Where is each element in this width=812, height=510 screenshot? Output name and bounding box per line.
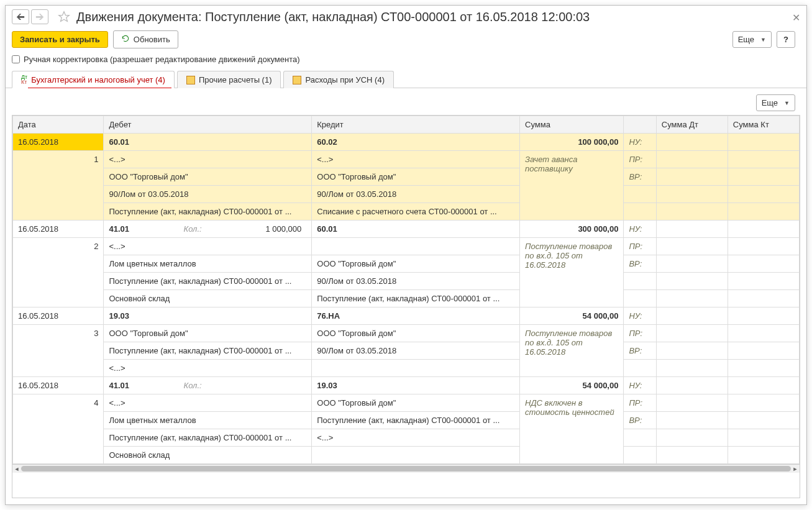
close-icon[interactable]: ✕ bbox=[792, 12, 800, 24]
save-and-close-button[interactable]: Записать и закрыть bbox=[12, 31, 108, 48]
sumkt-cell bbox=[728, 377, 799, 394]
tab-label: Прочие расчеты (1) bbox=[199, 75, 272, 84]
document-movements-window: ✕ 🡨 🡪 Движения документа: Поступление (а… bbox=[5, 5, 807, 505]
grid-wrap: Дата Дебет Кредит Сумма Сумма Дт Сумма К… bbox=[12, 115, 800, 498]
debit-analytics: <...> bbox=[104, 360, 312, 377]
row-number: 4 bbox=[13, 394, 104, 464]
debit-account: 60.01 bbox=[104, 134, 312, 151]
sum-cell: 100 000,00 bbox=[520, 134, 624, 151]
tax-empty bbox=[624, 360, 656, 377]
tab-usn-expenses[interactable]: Расходы при УСН (4) bbox=[283, 71, 394, 88]
sumkt-cell bbox=[728, 307, 799, 325]
tax-vr: ВР: bbox=[624, 342, 656, 360]
sumkt-cell bbox=[728, 168, 799, 186]
manual-correction-checkbox[interactable] bbox=[12, 55, 20, 63]
debit-analytics: Поступление (акт, накладная) СТ00-000001… bbox=[104, 342, 312, 360]
credit-analytics bbox=[312, 447, 520, 464]
horizontal-scrollbar[interactable]: ◄ ► bbox=[12, 464, 800, 473]
tax-vr: ВР: bbox=[624, 412, 656, 429]
debit-analytics: ООО "Торговый дом" bbox=[104, 325, 312, 342]
tax-empty bbox=[624, 447, 656, 464]
col-tax[interactable] bbox=[624, 116, 656, 134]
table-subrow[interactable]: Основной склад bbox=[13, 447, 800, 464]
table-subrow[interactable]: 1<...><...>Зачет аванса поставщикуПР: bbox=[13, 151, 800, 168]
header-row: Дата Дебет Кредит Сумма Сумма Дт Сумма К… bbox=[13, 116, 800, 134]
tax-empty bbox=[624, 203, 656, 221]
table-row[interactable]: 16.05.201841.01Кол.:19.0354 000,00НУ: bbox=[13, 377, 800, 394]
col-debit[interactable]: Дебет bbox=[104, 116, 312, 134]
col-sumkt[interactable]: Сумма Кт bbox=[728, 116, 799, 134]
accounting-grid[interactable]: Дата Дебет Кредит Сумма Сумма Дт Сумма К… bbox=[12, 116, 800, 464]
sum-note: Поступление товаров по вх.д. 105 от 16.0… bbox=[520, 238, 624, 307]
scroll-right-icon[interactable]: ► bbox=[791, 466, 800, 472]
doc-icon bbox=[186, 76, 195, 84]
debit-analytics: Поступление (акт, накладная) СТ00-000001… bbox=[104, 273, 312, 290]
credit-account: 60.01 bbox=[312, 221, 520, 238]
table-subrow[interactable]: 4<...>ООО "Торговый дом"НДС включен в ст… bbox=[13, 394, 800, 412]
sum-cell: 54 000,00 bbox=[520, 307, 624, 325]
table-subrow[interactable]: Основной складПоступление (акт, накладна… bbox=[13, 290, 800, 307]
more-button[interactable]: Еще ▼ bbox=[732, 31, 772, 48]
tax-empty bbox=[624, 290, 656, 307]
debit-account: 41.01Кол.: bbox=[104, 377, 312, 394]
table-subrow[interactable]: 3ООО "Торговый дом"ООО "Торговый дом"Пос… bbox=[13, 325, 800, 342]
credit-analytics: Списание с расчетного счета СТ00-000001 … bbox=[312, 203, 520, 221]
table-subrow[interactable]: Лом цветных металловООО "Торговый дом"ВР… bbox=[13, 255, 800, 273]
sumkt-cell bbox=[728, 134, 799, 151]
nav-back-button[interactable]: 🡨 bbox=[12, 9, 29, 24]
tax-nu: НУ: bbox=[624, 134, 656, 151]
credit-analytics: ООО "Торговый дом" bbox=[312, 394, 520, 412]
table-subrow[interactable]: 2<...>Поступление товаров по вх.д. 105 о… bbox=[13, 238, 800, 255]
tax-nu: НУ: bbox=[624, 221, 656, 238]
table-subrow[interactable]: Лом цветных металловПоступление (акт, на… bbox=[13, 412, 800, 429]
tabs: ДтКт Бухгалтерский и налоговый учет (4) … bbox=[6, 70, 806, 88]
table-row[interactable]: 16.05.201841.01Кол.:1 000,00060.01300 00… bbox=[13, 221, 800, 238]
table-row[interactable]: 16.05.201819.0376.НА54 000,00НУ: bbox=[13, 307, 800, 325]
chevron-down-icon: ▼ bbox=[760, 37, 766, 43]
credit-account: 76.НА bbox=[312, 307, 520, 325]
sum-note: НДС включен в стоимость ценностей bbox=[520, 394, 624, 464]
dtkt-icon: ДтКт bbox=[21, 75, 27, 84]
sum-note: Поступление товаров по вх.д. 105 от 16.0… bbox=[520, 325, 624, 377]
credit-analytics bbox=[312, 360, 520, 377]
table-subrow[interactable]: Поступление (акт, накладная) СТ00-000001… bbox=[13, 429, 800, 447]
help-label: ? bbox=[783, 35, 788, 44]
nav-forward-button[interactable]: 🡪 bbox=[31, 9, 48, 24]
tab-accounting[interactable]: ДтКт Бухгалтерский и налоговый учет (4) bbox=[12, 71, 175, 88]
credit-analytics: <...> bbox=[312, 429, 520, 447]
table-row[interactable]: 16.05.201860.0160.02100 000,00НУ: bbox=[13, 134, 800, 151]
scroll-thumb[interactable] bbox=[21, 466, 791, 471]
table-subrow[interactable]: 90/Лом от 03.05.201890/Лом от 03.05.2018 bbox=[13, 186, 800, 203]
sumkt-cell bbox=[728, 186, 799, 203]
table-subrow[interactable]: Поступление (акт, накладная) СТ00-000001… bbox=[13, 273, 800, 290]
manual-correction-row: Ручная корректировка (разрешает редактир… bbox=[6, 55, 806, 70]
tax-empty bbox=[624, 429, 656, 447]
debit-account: 19.03 bbox=[104, 307, 312, 325]
credit-account: 60.02 bbox=[312, 134, 520, 151]
sum-note: Зачет аванса поставщику bbox=[520, 151, 624, 221]
col-credit[interactable]: Кредит bbox=[312, 116, 520, 134]
sumkt-cell bbox=[728, 255, 799, 273]
tax-vr: ВР: bbox=[624, 168, 656, 186]
col-date[interactable]: Дата bbox=[13, 116, 104, 134]
sumkt-cell bbox=[728, 151, 799, 168]
table-subrow[interactable]: Поступление (акт, накладная) СТ00-000001… bbox=[13, 203, 800, 221]
debit-analytics: <...> bbox=[104, 238, 312, 255]
tax-vr: ВР: bbox=[624, 255, 656, 273]
grid-more-button[interactable]: Еще ▼ bbox=[756, 94, 795, 111]
date-cell: 16.05.2018 bbox=[13, 221, 104, 238]
sumdt-cell bbox=[656, 221, 728, 238]
debit-analytics: Поступление (акт, накладная) СТ00-000001… bbox=[104, 429, 312, 447]
col-sumdt[interactable]: Сумма Дт bbox=[656, 116, 728, 134]
help-button[interactable]: ? bbox=[777, 31, 795, 48]
main-toolbar: Записать и закрыть Обновить Еще ▼ ? bbox=[6, 28, 806, 55]
scroll-left-icon[interactable]: ◄ bbox=[12, 466, 21, 472]
table-subrow[interactable]: <...> bbox=[13, 360, 800, 377]
refresh-button[interactable]: Обновить bbox=[113, 30, 178, 48]
favorite-star-icon[interactable] bbox=[57, 9, 71, 24]
debit-analytics: Основной склад bbox=[104, 290, 312, 307]
tab-other-settlements[interactable]: Прочие расчеты (1) bbox=[177, 71, 281, 88]
table-subrow[interactable]: Поступление (акт, накладная) СТ00-000001… bbox=[13, 342, 800, 360]
table-subrow[interactable]: ООО "Торговый дом"ООО "Торговый дом"ВР: bbox=[13, 168, 800, 186]
col-sum[interactable]: Сумма bbox=[520, 116, 624, 134]
